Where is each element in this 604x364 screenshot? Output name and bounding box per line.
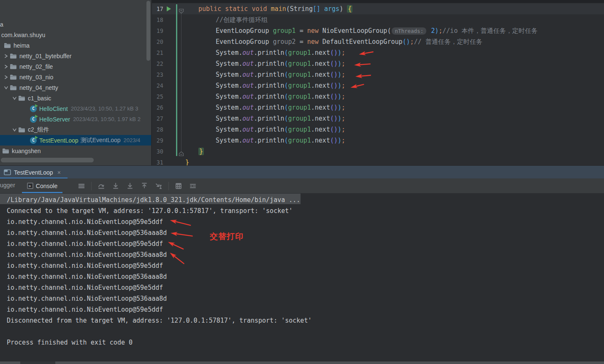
- tree-item-HelloServer[interactable]: CHelloServer2023/4/23, 10:50, 1.97 kB 2: [0, 114, 151, 124]
- console-line-12: Disconnected from the target VM, address…: [0, 315, 604, 326]
- tree-item-netty_04_netty[interactable]: netty_04_netty: [0, 82, 151, 93]
- tree-item-TestEventLoop[interactable]: CTestEventLoop测试EventLoop2023/4: [0, 135, 151, 146]
- code-line-22: 22System.out.println(group1.next());: [152, 58, 604, 69]
- tree-item-HelloClient[interactable]: CHelloClient2023/4/23, 10:50, 1.27 kB 3: [0, 103, 151, 114]
- run-line-icon[interactable]: [167, 6, 171, 11]
- line-number: 28: [152, 124, 163, 135]
- run-tool-window-header: TestEventLoop ×: [0, 165, 604, 179]
- tree-item-label: a: [0, 21, 3, 28]
- chevron-right-icon[interactable]: [2, 65, 10, 69]
- console-text: io.netty.channel.nio.NioEventLoop@536aaa…: [7, 229, 167, 237]
- console-line-13: [0, 326, 604, 337]
- tree-item-label: c2_组件: [28, 126, 49, 134]
- line-number: 25: [152, 91, 163, 102]
- code-line-30: 30}: [152, 146, 604, 157]
- folder-icon: [18, 127, 25, 133]
- chevron-down-icon[interactable]: [11, 128, 18, 132]
- tree-item-kuangshen[interactable]: kuangshen: [0, 146, 151, 156]
- code-line-25: 25System.out.println(group1.next());: [152, 91, 604, 102]
- adjust-lines-icon[interactable]: [189, 182, 197, 190]
- chevron-right-icon[interactable]: [2, 54, 10, 58]
- line-number: 20: [152, 36, 163, 47]
- tree-item-netty_03_nio[interactable]: netty_03_nio: [0, 72, 151, 82]
- code-text: EventLoopGroup group2 = new DefaultEvent…: [216, 36, 482, 47]
- scrollbar-thumb[interactable]: [20, 361, 55, 364]
- close-icon[interactable]: ×: [57, 169, 61, 176]
- console-text: Connected to the target VM, address: '12…: [7, 207, 293, 215]
- project-tree: acom.kwan.shuyuheimanetty_01_bytebuffern…: [0, 19, 151, 156]
- code-text: public static void main(String[] args) {: [198, 3, 352, 14]
- console-text: io.netty.channel.nio.NioEventLoop@536aaa…: [7, 273, 167, 280]
- tree-item-com.kwan.shuyu[interactable]: com.kwan.shuyu: [0, 30, 151, 40]
- grid-view-icon[interactable]: [174, 182, 183, 190]
- folder-icon: [10, 74, 17, 80]
- tree-item-netty_01_bytebuffer[interactable]: netty_01_bytebuffer: [0, 51, 151, 61]
- line-number: 30: [152, 146, 163, 157]
- tree-item-label: netty_04_netty: [19, 84, 58, 91]
- console-line-7: io.netty.channel.nio.NioEventLoop@59e5dd…: [0, 260, 604, 271]
- scroll-to-end-icon[interactable]: [126, 182, 134, 190]
- line-number: 24: [152, 80, 163, 91]
- tree-item-label: netty_03_nio: [19, 74, 53, 81]
- code-line-21: 21System.out.println(group1.next());: [152, 47, 604, 58]
- code-line-17: 17public static void main(String[] args)…: [152, 3, 604, 14]
- scroll-down-icon[interactable]: [111, 182, 120, 190]
- tree-item-a[interactable]: a: [0, 19, 151, 30]
- console-line-11: io.netty.channel.nio.NioEventLoop@59e5dd…: [0, 304, 604, 315]
- run-tab-label: TestEventLoop: [14, 169, 53, 176]
- code-editor[interactable]: 17public static void main(String[] args)…: [152, 0, 604, 165]
- toolbar-separator: [168, 182, 169, 190]
- code-text: System.out.println(group1.next());: [216, 113, 345, 124]
- code-line-28: 28System.out.println(group1.next());: [152, 124, 604, 135]
- project-panel-vertical-scrollbar[interactable]: [146, 1, 150, 61]
- code-text: System.out.println(group1.next());: [216, 80, 345, 91]
- code-line-29: 29System.out.println(group1.next());: [152, 135, 604, 146]
- tab-debugger-partial[interactable]: ugger: [0, 178, 15, 192]
- tab-console[interactable]: > Console: [22, 178, 62, 193]
- chevron-down-icon[interactable]: [11, 96, 18, 100]
- console-line-5: io.netty.channel.nio.NioEventLoop@59e5dd…: [0, 238, 604, 249]
- soft-wrap-icon[interactable]: [97, 182, 106, 190]
- code-text: System.out.println(group1.next());: [216, 47, 345, 58]
- console-output[interactable]: /Library/Java/JavaVirtualMachines/jdk1.8…: [0, 193, 604, 361]
- run-tab-testeventloop[interactable]: TestEventLoop ×: [0, 166, 61, 179]
- console-text: io.netty.channel.nio.NioEventLoop@59e5dd…: [7, 240, 163, 248]
- code-text: }: [185, 157, 189, 165]
- code-text: //创建事件循环组: [216, 14, 268, 25]
- project-panel-horizontal-scrollbar[interactable]: [1, 158, 94, 162]
- console-icon: >: [27, 183, 33, 189]
- console-text: /Library/Java/JavaVirtualMachines/jdk1.8…: [7, 196, 300, 204]
- console-text: io.netty.channel.nio.NioEventLoop@536aaa…: [7, 251, 167, 259]
- folder-icon: [10, 53, 17, 59]
- console-line-4: io.netty.channel.nio.NioEventLoop@536aaa…: [0, 227, 604, 238]
- line-number: 26: [152, 102, 163, 113]
- console-line-8: io.netty.channel.nio.NioEventLoop@536aaa…: [0, 271, 604, 282]
- runnable-class-icon: C: [30, 137, 37, 144]
- tree-item-c2_组件[interactable]: c2_组件: [0, 124, 151, 135]
- tree-item-subtitle: 测试EventLoop: [81, 137, 121, 144]
- console-line-6: io.netty.channel.nio.NioEventLoop@536aaa…: [0, 249, 604, 260]
- console-line-14: Process finished with exit code 0: [0, 337, 604, 348]
- line-number: 27: [152, 113, 163, 124]
- tree-item-label: kuangshen: [12, 148, 41, 154]
- scroll-to-top-icon[interactable]: [140, 182, 149, 190]
- tree-item-c1_basic[interactable]: c1_basic: [0, 93, 151, 103]
- code-text: System.out.println(group1.next());: [216, 91, 345, 102]
- tree-item-netty_02_file[interactable]: netty_02_file: [0, 61, 151, 72]
- project-tree-panel[interactable]: acom.kwan.shuyuheimanetty_01_bytebuffern…: [0, 0, 151, 165]
- chevron-down-icon[interactable]: [2, 86, 10, 90]
- code-text: System.out.println(group1.next());: [216, 69, 345, 80]
- code-text: System.out.println(group1.next());: [216, 58, 345, 69]
- code-text: System.out.println(group1.next());: [216, 135, 345, 146]
- chevron-right-icon[interactable]: [2, 75, 10, 79]
- hamburger-menu-icon[interactable]: [77, 182, 86, 190]
- console-lines: /Library/Java/JavaVirtualMachines/jdk1.8…: [0, 193, 604, 348]
- tree-item-meta: 2023/4/23, 10:50, 1.97 kB 2: [73, 116, 141, 122]
- scroll-to-cursor-icon[interactable]: [154, 182, 163, 190]
- console-text: io.netty.channel.nio.NioEventLoop@59e5dd…: [7, 218, 163, 226]
- console-toolbar: [74, 178, 200, 193]
- toolbar-separator: [91, 182, 92, 190]
- bottom-horizontal-scrollbar[interactable]: [0, 361, 604, 364]
- console-line-3: io.netty.channel.nio.NioEventLoop@59e5dd…: [0, 216, 604, 227]
- tree-item-heima[interactable]: heima: [0, 40, 151, 51]
